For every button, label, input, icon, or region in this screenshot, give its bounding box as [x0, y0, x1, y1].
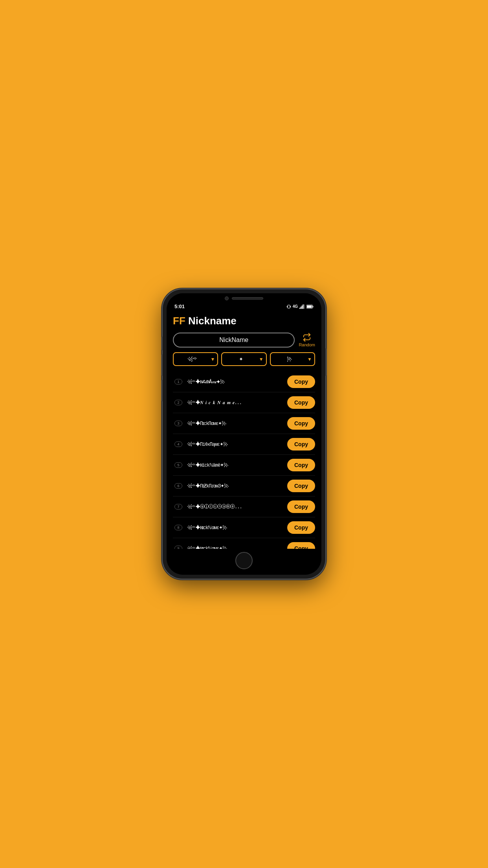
copy-button-1[interactable]: Copy: [287, 375, 315, 388]
item-number-badge: 4: [173, 441, 184, 447]
list-item: 8 ꧁༺✦ℕɪckℕαмε✦꧂ Copy: [173, 517, 315, 538]
list-item: 5 ꧁༺✦ℕïckℕämë✦꧂ Copy: [173, 455, 315, 476]
nickname-text: ꧁༺✦𝑵 𝒊 𝒄 𝒌 𝑵 𝒂 𝒎 𝒆...: [187, 400, 284, 406]
nickname-text: ꧁༺✦ПɪckПαмε✦꧂: [187, 421, 284, 427]
svg-rect-3: [299, 307, 300, 309]
vibrate-icon: [286, 304, 291, 309]
phone-frame: 5:01 4G: [163, 289, 325, 579]
item-number-badge: 7: [173, 504, 184, 509]
svg-rect-2: [288, 305, 290, 308]
nickname-text: ꧁༺✦Ⓝⓘⓒⓚⓝⓐⓜⓔ...: [187, 504, 284, 510]
copy-button-8[interactable]: Copy: [287, 521, 315, 534]
volume-silent-button: [161, 337, 163, 350]
app-title-suffix: Nickname: [185, 315, 237, 327]
copy-button-2[interactable]: Copy: [287, 396, 315, 409]
app-title-ff: FF: [173, 315, 185, 327]
nickname-text: ꧁༺✦ПɪƵkПɾαмЗ✦꧂: [187, 483, 284, 489]
random-label: Random: [299, 342, 315, 347]
dropdown-middle-text: ✦: [224, 356, 257, 362]
nickname-row: NickName Random: [173, 333, 315, 348]
item-number-badge: 6: [173, 483, 184, 489]
list-item: 6 ꧁༺✦ПɪƵkПɾαмЗ✦꧂ Copy: [173, 476, 315, 497]
item-number-badge: 5: [173, 462, 184, 468]
random-icon: [303, 333, 311, 342]
dropdown-row: ꧁༺ ▼ ✦ ▼ ꧂ ▼: [173, 352, 315, 366]
dropdown-prefix[interactable]: ꧁༺ ▼: [173, 352, 218, 366]
item-number-badge: 3: [173, 421, 184, 426]
nickname-text: ꧁༺✦ℕ𝒾¢𝓀ℕÅ𝓶𝑒✦꧂: [187, 379, 284, 385]
random-button[interactable]: Random: [299, 333, 315, 347]
copy-button-5[interactable]: Copy: [287, 459, 315, 471]
list-item: 9 ꧁༺✦ℕɪckℕαмε✦꧂ Copy: [173, 538, 315, 549]
chevron-down-icon-2: ▼: [259, 357, 264, 362]
earpiece-speaker: [232, 297, 263, 300]
dropdown-suffix-text: ꧂: [273, 356, 306, 362]
dropdown-suffix[interactable]: ꧂ ▼: [270, 352, 315, 366]
svg-rect-1: [290, 306, 291, 307]
list-item: 2 ꧁༺✦𝑵 𝒊 𝒄 𝒌 𝑵 𝒂 𝒎 𝒆... Copy: [173, 392, 315, 413]
item-number-badge: 9: [173, 546, 184, 549]
copy-button-6[interactable]: Copy: [287, 480, 315, 492]
svg-rect-0: [287, 306, 288, 307]
status-time: 5:01: [174, 303, 185, 309]
nickname-list: 1 ꧁༺✦ℕ𝒾¢𝓀ℕÅ𝓶𝑒✦꧂ Copy 2 ꧁༺✦𝑵 𝒊 𝒄 𝒌 𝑵 𝒂 𝒎 …: [173, 371, 315, 549]
volume-down-button: [161, 380, 163, 401]
home-button-area: [167, 549, 321, 575]
signal-icon: [299, 304, 305, 309]
list-item: 1 ꧁༺✦ℕ𝒾¢𝓀ℕÅ𝓶𝑒✦꧂ Copy: [173, 371, 315, 392]
copy-button-3[interactable]: Copy: [287, 417, 315, 430]
item-number-badge: 2: [173, 400, 184, 405]
home-button[interactable]: [235, 552, 253, 569]
chevron-down-icon-3: ▼: [307, 357, 312, 362]
svg-rect-10: [307, 305, 312, 307]
svg-rect-5: [302, 305, 303, 309]
nickname-input[interactable]: NickName: [173, 333, 295, 348]
list-item: 4 ꧁༺✦Пi¢кПąмε✦꧂ Copy: [173, 434, 315, 455]
svg-rect-9: [312, 305, 313, 307]
list-item: 7 ꧁༺✦Ⓝⓘⓒⓚⓝⓐⓜⓔ... Copy: [173, 497, 315, 517]
front-camera: [225, 296, 229, 300]
app-content: FF Nickname NickName Random: [167, 311, 321, 549]
nickname-input-value: NickName: [219, 337, 248, 343]
power-button: [325, 348, 327, 376]
dropdown-prefix-text: ꧁༺: [176, 356, 209, 362]
volume-up-button: [161, 354, 163, 376]
network-type-label: 4G: [293, 304, 298, 309]
copy-button-9[interactable]: Copy: [287, 542, 315, 549]
copy-button-4[interactable]: Copy: [287, 438, 315, 451]
battery-icon: [306, 304, 314, 309]
svg-rect-6: [303, 304, 303, 309]
status-icons: 4G: [286, 304, 314, 309]
item-number-badge: 8: [173, 525, 184, 530]
copy-button-7[interactable]: Copy: [287, 500, 315, 513]
phone-screen: 5:01 4G: [167, 293, 321, 575]
nickname-text: ꧁༺✦ℕɪckℕαмε✦꧂: [187, 546, 284, 549]
list-item: 3 ꧁༺✦ПɪckПαмε✦꧂ Copy: [173, 413, 315, 434]
app-title: FF Nickname: [173, 315, 315, 327]
nickname-text: ꧁༺✦Пi¢кПąмε✦꧂: [187, 441, 284, 447]
svg-rect-4: [301, 307, 301, 309]
status-bar: 5:01 4G: [167, 302, 321, 311]
nickname-text: ꧁༺✦ℕɪckℕαмε✦꧂: [187, 525, 284, 531]
svg-rect-7: [304, 304, 305, 309]
phone-notch: [167, 293, 321, 302]
nickname-text: ꧁༺✦ℕïckℕämë✦꧂: [187, 462, 284, 468]
item-number-badge: 1: [173, 379, 184, 384]
dropdown-middle[interactable]: ✦ ▼: [221, 352, 266, 366]
chevron-down-icon: ▼: [210, 357, 215, 362]
